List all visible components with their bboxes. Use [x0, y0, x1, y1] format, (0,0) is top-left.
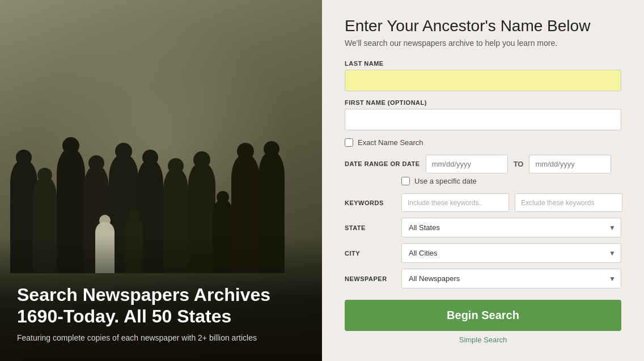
date-from-input[interactable]: [426, 155, 508, 173]
newspaper-row: NEWSPAPER All Newspapers ▼: [345, 269, 621, 288]
date-range-row: DATE RANGE OR DATE TO: [345, 155, 621, 173]
newspaper-select[interactable]: All Newspapers: [401, 269, 621, 288]
state-label: STATE: [345, 224, 396, 231]
date-to-input[interactable]: [529, 155, 611, 173]
specific-date-label[interactable]: Use a specific date: [414, 177, 477, 185]
exact-name-checkbox[interactable]: [345, 138, 353, 147]
keywords-row: KEYWORDS: [345, 193, 621, 212]
right-panel: Enter Your Ancestor's Name Below We'll s…: [322, 0, 644, 361]
state-select-wrapper: All States Alabama Alaska Arizona Arkans…: [401, 218, 621, 237]
exact-name-row: Exact Name Search: [345, 138, 621, 147]
left-caption: Search Newspapers Archives 1690-Today. A…: [0, 267, 322, 361]
page-title: Enter Your Ancestor's Name Below: [345, 17, 621, 35]
first-name-input[interactable]: [345, 109, 621, 130]
newspaper-select-wrapper: All Newspapers ▼: [401, 269, 621, 288]
first-name-label: FIRST NAME (optional): [345, 99, 621, 106]
state-row: STATE All States Alabama Alaska Arizona …: [345, 218, 621, 237]
keywords-exclude-input[interactable]: [515, 193, 622, 212]
left-panel: Search Newspapers Archives 1690-Today. A…: [0, 0, 322, 361]
last-name-label: LAST NAME: [345, 60, 621, 67]
newspaper-label: NEWSPAPER: [345, 275, 396, 282]
last-name-group: LAST NAME: [345, 60, 621, 91]
subtext: Featuring complete copies of each newspa…: [17, 333, 305, 344]
page-subtitle: We'll search our newspapers archive to h…: [345, 39, 621, 48]
state-select[interactable]: All States Alabama Alaska Arizona Arkans…: [401, 218, 621, 237]
last-name-input[interactable]: [345, 70, 621, 91]
begin-search-button[interactable]: Begin Search: [345, 300, 621, 331]
keywords-label: KEYWORDS: [345, 199, 396, 206]
first-name-group: FIRST NAME (optional): [345, 99, 621, 130]
city-row: CITY All Cities New York Los Angeles Chi…: [345, 243, 621, 263]
specific-date-checkbox[interactable]: [401, 177, 410, 185]
city-select-wrapper: All Cities New York Los Angeles Chicago …: [401, 243, 621, 263]
date-range-label: DATE RANGE OR DATE: [345, 160, 420, 168]
headline: Search Newspapers Archives 1690-Today. A…: [17, 284, 305, 328]
keywords-include-input[interactable]: [401, 193, 509, 212]
to-label: TO: [514, 160, 524, 168]
city-label: CITY: [345, 250, 396, 257]
specific-date-row: Use a specific date: [345, 177, 621, 185]
exact-name-label[interactable]: Exact Name Search: [358, 138, 423, 147]
city-select[interactable]: All Cities New York Los Angeles Chicago …: [401, 243, 621, 263]
simple-search-link[interactable]: Simple Search: [345, 335, 621, 344]
